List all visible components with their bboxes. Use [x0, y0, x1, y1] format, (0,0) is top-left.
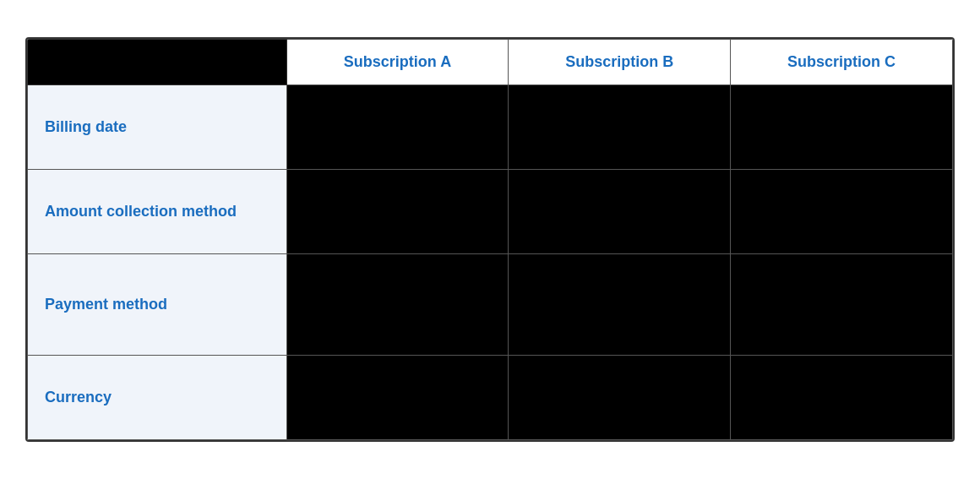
row-label-billing-date: Billing date — [28, 85, 287, 170]
table-row: Payment method — [28, 254, 953, 356]
table-row: Amount collection method — [28, 170, 953, 254]
row-label-amount-collection: Amount collection method — [28, 170, 287, 254]
billing-date-sub-b — [509, 85, 731, 170]
billing-date-sub-c — [731, 85, 953, 170]
payment-method-sub-c — [731, 254, 953, 356]
payment-method-sub-b — [509, 254, 731, 356]
row-label-payment-method: Payment method — [28, 254, 287, 356]
amount-collection-sub-b — [509, 170, 731, 254]
table-row: Currency — [28, 356, 953, 440]
header-empty-cell — [28, 40, 287, 85]
currency-sub-a — [286, 356, 509, 440]
currency-sub-b — [509, 356, 731, 440]
currency-sub-c — [731, 356, 953, 440]
billing-date-sub-a — [286, 85, 509, 170]
header-subscription-b: Subscription B — [509, 40, 731, 85]
amount-collection-sub-a — [286, 170, 509, 254]
row-label-currency: Currency — [28, 356, 287, 440]
amount-collection-sub-c — [731, 170, 953, 254]
header-row: Subscription A Subscription B Subscripti… — [28, 40, 953, 85]
header-subscription-a: Subscription A — [286, 40, 509, 85]
table-row: Billing date — [28, 85, 953, 170]
comparison-table: Subscription A Subscription B Subscripti… — [25, 37, 955, 442]
payment-method-sub-a — [286, 254, 509, 356]
header-subscription-c: Subscription C — [731, 40, 953, 85]
